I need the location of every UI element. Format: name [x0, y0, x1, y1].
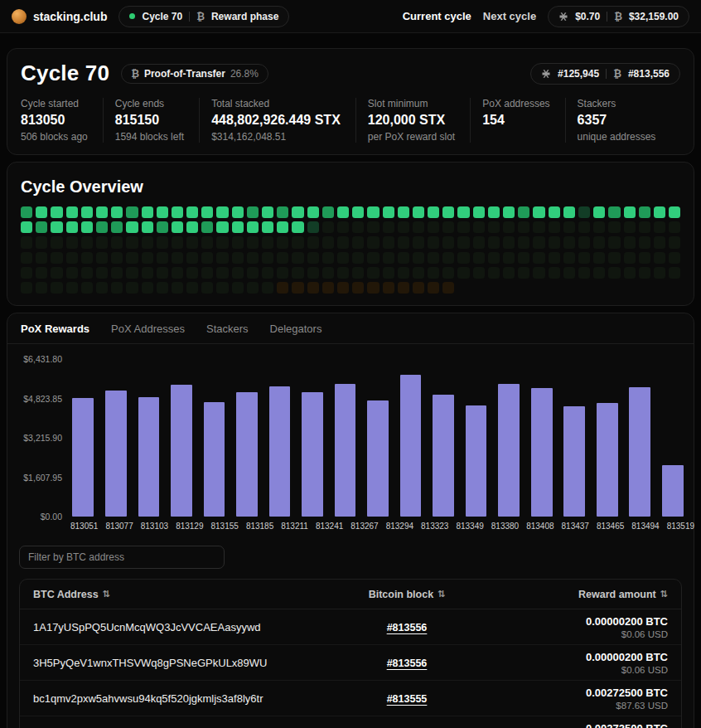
- block-cell[interactable]: [669, 267, 680, 279]
- block-cell[interactable]: [457, 252, 469, 264]
- block-cell[interactable]: [322, 236, 334, 248]
- block-cell[interactable]: [21, 221, 32, 233]
- block-cell[interactable]: [457, 236, 469, 248]
- block-cell[interactable]: [36, 252, 47, 264]
- block-cell[interactable]: [669, 221, 680, 233]
- reward-bar[interactable]: [171, 385, 192, 517]
- block-cell[interactable]: [654, 252, 665, 264]
- reward-bar[interactable]: [335, 384, 356, 517]
- tab-stackers[interactable]: Stackers: [206, 313, 249, 343]
- block-cell[interactable]: [247, 206, 259, 218]
- block-cell[interactable]: [247, 221, 259, 233]
- block-cell[interactable]: [398, 282, 409, 294]
- block-cell[interactable]: [352, 206, 364, 218]
- block-cell[interactable]: [428, 221, 439, 233]
- block-cell[interactable]: [186, 267, 198, 279]
- block-cell[interactable]: [624, 252, 636, 264]
- block-cell[interactable]: [367, 206, 379, 218]
- block-cell[interactable]: [428, 252, 439, 264]
- block-cell[interactable]: [639, 252, 650, 264]
- block-cell[interactable]: [473, 206, 485, 218]
- block-cell[interactable]: [307, 282, 319, 294]
- block-cell[interactable]: [96, 236, 108, 248]
- block-cell[interactable]: [322, 282, 334, 294]
- block-cell[interactable]: [262, 236, 273, 248]
- reward-bar[interactable]: [269, 386, 291, 517]
- block-cell[interactable]: [639, 236, 650, 248]
- block-cell[interactable]: [549, 221, 560, 233]
- block-cell[interactable]: [473, 252, 485, 264]
- block-cell[interactable]: [277, 267, 288, 279]
- block-cell[interactable]: [383, 252, 394, 264]
- block-cell[interactable]: [172, 221, 183, 233]
- reward-bar[interactable]: [72, 398, 94, 517]
- block-cell[interactable]: [563, 206, 575, 218]
- block-cell[interactable]: [292, 221, 303, 233]
- block-cell[interactable]: [549, 252, 560, 264]
- block-cell[interactable]: [186, 282, 198, 294]
- block-cell[interactable]: [383, 267, 394, 279]
- block-cell[interactable]: [398, 221, 409, 233]
- block-cell[interactable]: [142, 267, 153, 279]
- block-cell[interactable]: [157, 267, 168, 279]
- block-cell[interactable]: [277, 282, 288, 294]
- block-cell[interactable]: [428, 267, 439, 279]
- block-cell[interactable]: [398, 267, 409, 279]
- block-cell[interactable]: [277, 206, 288, 218]
- bitcoin-block-link[interactable]: #813556: [387, 658, 428, 669]
- block-cell[interactable]: [549, 206, 560, 218]
- block-cell[interactable]: [247, 236, 259, 248]
- block-cell[interactable]: [428, 236, 439, 248]
- block-cell[interactable]: [142, 252, 153, 264]
- sort-icon[interactable]: ⇅: [438, 589, 445, 599]
- block-cell[interactable]: [503, 267, 515, 279]
- block-cell[interactable]: [142, 282, 153, 294]
- block-cell[interactable]: [232, 267, 244, 279]
- block-cell[interactable]: [81, 221, 93, 233]
- block-cell[interactable]: [533, 267, 544, 279]
- block-cell[interactable]: [322, 267, 334, 279]
- block-cell[interactable]: [413, 252, 424, 264]
- block-cell[interactable]: [578, 252, 590, 264]
- block-cell[interactable]: [428, 206, 439, 218]
- block-cell[interactable]: [292, 236, 303, 248]
- block-cell[interactable]: [216, 267, 228, 279]
- block-cell[interactable]: [51, 282, 62, 294]
- block-cell[interactable]: [503, 221, 515, 233]
- reward-bar[interactable]: [629, 387, 650, 517]
- block-cell[interactable]: [639, 206, 650, 218]
- block-cell[interactable]: [201, 267, 213, 279]
- block-cell[interactable]: [232, 206, 244, 218]
- block-cell[interactable]: [503, 236, 515, 248]
- reward-bar[interactable]: [531, 388, 553, 517]
- block-cell[interactable]: [639, 267, 650, 279]
- block-cell[interactable]: [654, 236, 665, 248]
- block-cell[interactable]: [488, 221, 500, 233]
- block-cell[interactable]: [473, 267, 485, 279]
- block-cell[interactable]: [413, 206, 424, 218]
- block-cell[interactable]: [654, 221, 665, 233]
- block-cell[interactable]: [96, 221, 108, 233]
- block-cell[interactable]: [383, 206, 394, 218]
- tab-delegators[interactable]: Delegators: [270, 313, 322, 343]
- block-cell[interactable]: [262, 282, 273, 294]
- block-cell[interactable]: [157, 206, 168, 218]
- block-cell[interactable]: [51, 267, 62, 279]
- block-cell[interactable]: [322, 221, 334, 233]
- block-cell[interactable]: [413, 282, 424, 294]
- block-cell[interactable]: [473, 221, 485, 233]
- block-cell[interactable]: [578, 236, 590, 248]
- reward-bar[interactable]: [662, 465, 684, 517]
- block-cell[interactable]: [216, 206, 228, 218]
- reward-bar[interactable]: [433, 395, 454, 517]
- block-cell[interactable]: [216, 282, 228, 294]
- block-cell[interactable]: [81, 282, 93, 294]
- block-cell[interactable]: [639, 221, 650, 233]
- block-cell[interactable]: [157, 252, 168, 264]
- block-cell[interactable]: [307, 252, 319, 264]
- block-cell[interactable]: [488, 206, 500, 218]
- block-cell[interactable]: [593, 236, 605, 248]
- block-cell[interactable]: [81, 206, 93, 218]
- block-cell[interactable]: [578, 206, 590, 218]
- block-cell[interactable]: [51, 252, 62, 264]
